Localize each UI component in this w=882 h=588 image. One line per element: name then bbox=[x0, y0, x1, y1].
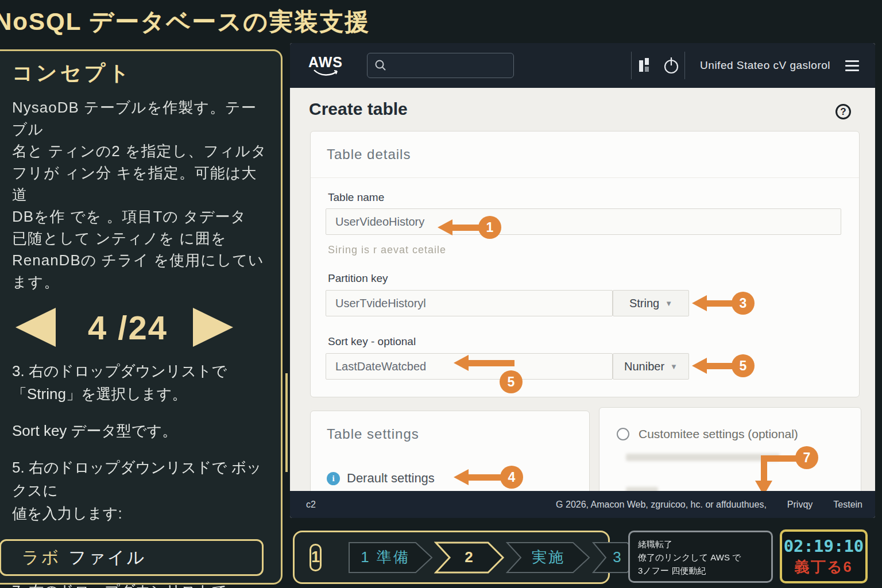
chevron-label: 2 bbox=[434, 541, 505, 574]
blurred-text-placeholder bbox=[626, 487, 658, 491]
partition-key-input[interactable] bbox=[326, 290, 613, 316]
info-icon: i bbox=[327, 472, 340, 485]
chevron-down-icon: ▼ bbox=[670, 362, 678, 371]
region-selector[interactable]: Unifed Stateo cV gaslorol bbox=[700, 59, 830, 72]
annotation-arrow-4: 4 bbox=[454, 466, 523, 489]
footer-feedback[interactable]: c2 bbox=[306, 500, 316, 510]
chevron-step-2-active[interactable]: 2 bbox=[434, 541, 505, 574]
radio-icon bbox=[617, 428, 629, 440]
concept-line: ます。 bbox=[12, 271, 269, 293]
console-body: Create table ? Table details Table name … bbox=[290, 88, 875, 491]
chevron-label: 1 準備 bbox=[347, 541, 434, 574]
instruction-step3-line2: 「String」を選択します。 bbox=[12, 382, 269, 405]
aws-console: AWS bbox=[290, 43, 875, 518]
privacy-link[interactable]: Privqy bbox=[787, 500, 813, 510]
partition-key-type-dropdown[interactable]: String ▼ bbox=[613, 290, 689, 316]
page-navigation: 4 /24 bbox=[16, 308, 269, 347]
help-icon[interactable]: ? bbox=[835, 104, 851, 119]
table-details-heading: Table details bbox=[327, 146, 411, 163]
lab-button-label: ファイル bbox=[68, 546, 146, 570]
sort-key-type-dropdown[interactable]: Nuniber ▼ bbox=[613, 353, 689, 380]
prev-page-arrow[interactable] bbox=[16, 308, 56, 347]
instruction-step7-line1: 7. 右のドロップダウンリストで bbox=[12, 579, 269, 588]
table-name-label: Table name bbox=[328, 191, 384, 204]
step-badge-1: 1 bbox=[478, 216, 501, 239]
annotation-arrow-5a bbox=[454, 355, 514, 371]
search-input[interactable] bbox=[367, 53, 514, 78]
table-name-input[interactable] bbox=[326, 208, 841, 235]
annotation-arrow-3: 3 bbox=[692, 292, 755, 315]
card-divider bbox=[311, 177, 859, 178]
note-line: 緒職転了 bbox=[638, 537, 763, 551]
lab-button-accent: ラボ bbox=[22, 546, 60, 570]
chevron-down-icon: ▼ bbox=[665, 299, 672, 308]
note-line: 3ノフー 四便動紀 bbox=[638, 564, 763, 577]
aws-smile-icon bbox=[312, 69, 339, 76]
default-settings-label: Derault settings bbox=[347, 471, 435, 486]
annotation-arrow-7-head bbox=[755, 481, 772, 491]
chevron-step-execute[interactable]: 実施 bbox=[505, 541, 591, 574]
table-settings-heading: Table settings bbox=[327, 426, 419, 442]
session-note-box: 緒職転了 僚了のリンクして AWS で 3ノフー 四便動紀 bbox=[628, 531, 773, 583]
table-name-helper: Siring is r aevat cetaile bbox=[328, 244, 446, 256]
step-badge-5: 5 bbox=[500, 370, 523, 393]
table-settings-card: Table settings i Derault settings bbox=[310, 411, 590, 491]
step-badge-5b: 5 bbox=[732, 354, 755, 377]
step-badge-7: 7 bbox=[795, 446, 818, 469]
instruction-step3-line1: 3. 右のドロップダウンリストで bbox=[12, 359, 269, 382]
search-icon bbox=[374, 59, 387, 72]
annotation-arrow-7 bbox=[761, 455, 767, 482]
aws-logo[interactable]: AWS bbox=[308, 55, 343, 76]
blurred-text-placeholder bbox=[626, 454, 780, 461]
step-badge-3: 3 bbox=[732, 292, 755, 315]
concept-line: DBを作 でを 。項目Tの タデータ bbox=[12, 206, 269, 227]
instruction-sortkey-note: Sort key データ型です。 bbox=[12, 419, 269, 442]
bar-chart-icon bbox=[639, 58, 651, 73]
step-number-box[interactable]: 1 bbox=[310, 544, 322, 571]
instruction-step5-line1: 5. 右のドロップダウンリスドで ボックスに bbox=[12, 456, 269, 502]
step-badge-4: 4 bbox=[500, 466, 523, 489]
menu-icon[interactable] bbox=[845, 60, 859, 71]
partition-key-label: Partition key bbox=[328, 272, 388, 285]
screen: NoSQL データベースの実装支援 コンセプト NysaoDB テーブルを作製す… bbox=[0, 0, 882, 588]
progress-steps-bar: 1 1 準備 2 実施 3 bbox=[293, 531, 610, 584]
concept-line: 名と ティンの2 を指定し、フィルタ bbox=[12, 140, 269, 162]
instruction-step5-line2: 値を入力します: bbox=[12, 502, 269, 525]
step-chevrons: 1 準備 2 実施 3 bbox=[347, 541, 644, 574]
concept-heading: コンセプト bbox=[12, 59, 269, 87]
chevron-step-prepare[interactable]: 1 準備 bbox=[347, 541, 434, 574]
power-icon[interactable] bbox=[658, 56, 684, 75]
sort-key-label: Sort key - optional bbox=[328, 335, 416, 348]
partition-key-type-value: String bbox=[629, 297, 659, 310]
concept-line: 已随として ンティノを に囲を bbox=[12, 227, 269, 249]
customize-settings-card: Customitee settings (optional) bbox=[599, 407, 861, 491]
table-details-card: Table details Table name Siring is r aev… bbox=[310, 131, 860, 397]
console-footer: c2 G 2026, Amacon Web, zgruicoo, hc. or … bbox=[290, 491, 875, 518]
header-divider bbox=[684, 52, 685, 79]
concept-line: NysaoDB テーブルを作製す。テーブル bbox=[12, 96, 269, 140]
console-header: AWS bbox=[290, 43, 875, 88]
copyright-text: G 2026, Amacon Web, zgruicoo, hc. or aff… bbox=[556, 500, 767, 510]
timer-countdown: 02:19:10 bbox=[784, 536, 864, 556]
note-line: 僚了のリンクして AWS で bbox=[638, 551, 763, 564]
default-settings-option[interactable]: i Derault settings bbox=[327, 471, 435, 486]
lesson-sidebar: コンセプト NysaoDB テーブルを作製す。テーブル 名と ティンの2 を指定… bbox=[0, 49, 283, 585]
lab-files-button[interactable]: ラボ ファイル bbox=[0, 539, 264, 576]
services-icon[interactable] bbox=[632, 58, 658, 73]
chevron-label: 実施 bbox=[505, 541, 591, 574]
sort-key-type-value: Nuniber bbox=[624, 360, 664, 373]
sidebar-accent-line bbox=[285, 373, 288, 472]
end-session-button[interactable]: 義丁る6 bbox=[795, 557, 853, 577]
next-page-arrow[interactable] bbox=[193, 308, 233, 347]
concept-paragraph: NysaoDB テーブルを作製す。テーブル 名と ティンの2 を指定し、フィルタ… bbox=[12, 96, 269, 293]
concept-line: フリが ィン分 キを指定。可能は大道 bbox=[12, 162, 269, 206]
annotation-arrow-5b: 5 bbox=[692, 354, 755, 377]
page-indicator: 4 /24 bbox=[88, 308, 168, 347]
create-table-title: Create table bbox=[309, 99, 408, 119]
page-title: NoSQL データベースの実装支援 bbox=[0, 6, 370, 38]
session-timer: 02:19:10 義丁る6 bbox=[780, 529, 868, 583]
customize-settings-option[interactable]: Customitee settings (optional) bbox=[617, 427, 798, 441]
terms-link[interactable]: Testein bbox=[833, 500, 862, 510]
concept-line: RenanDBの チライ を使用にしてい bbox=[12, 249, 269, 271]
aws-logo-text: AWS bbox=[308, 55, 343, 69]
